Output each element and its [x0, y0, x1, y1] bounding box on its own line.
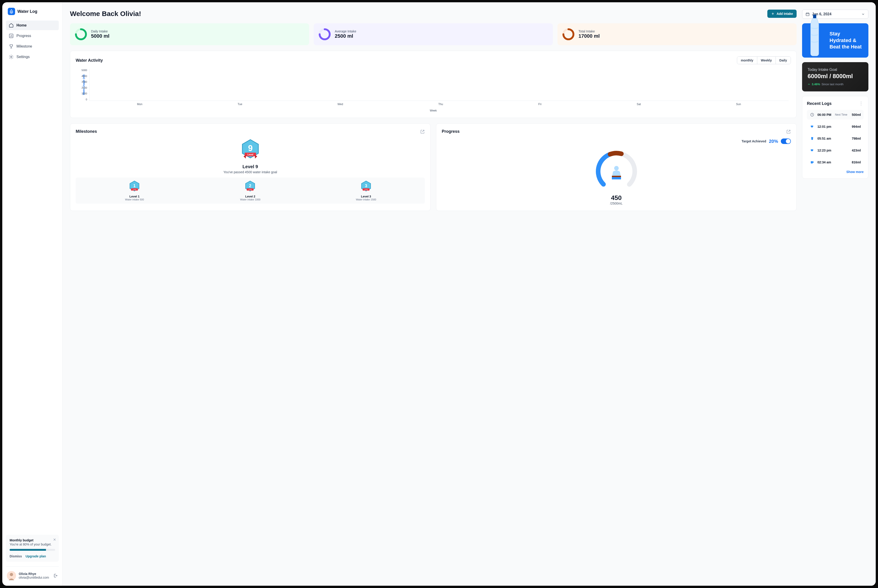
log-sub: Next Time [835, 113, 847, 116]
card-title: Water Activity [76, 58, 103, 63]
milestones-card: Milestones 9Level Level 9 You've passed … [70, 123, 430, 211]
x-tick: Sun [736, 103, 741, 106]
y-tick: 5000 [79, 69, 87, 72]
ring-icon [562, 28, 575, 40]
goal-percent: 3.46% [812, 82, 820, 86]
tab-daily[interactable]: Daily [776, 57, 791, 64]
svg-text:Level: Level [364, 189, 368, 190]
clock-icon [810, 112, 815, 117]
log-item[interactable]: 06:00 PMNext Time500ml [807, 110, 864, 120]
app-name: Water Log [17, 9, 37, 14]
stat-daily-intake: Daily Intake5000 ml [70, 23, 309, 45]
log-amount: 816ml [852, 160, 861, 164]
svg-point-32 [614, 166, 619, 171]
avatar[interactable] [7, 571, 16, 580]
tab-monthly[interactable]: monthly [737, 57, 757, 64]
sidebar: Water Log Home Progress Milestone Settin… [2, 2, 63, 586]
badge-level-3[interactable]: 3LevelLevel 3Water intake 1500 [310, 180, 422, 201]
milestone-level: Level 9 [76, 164, 425, 170]
dismiss-button[interactable]: Dismiss [10, 554, 22, 558]
log-time: 06:00 PM [818, 113, 831, 117]
target-label: Target Achieved [742, 140, 766, 143]
more-icon[interactable]: ⋯ [858, 101, 864, 106]
stat-value: 5000 ml [91, 33, 110, 39]
x-tick: Mon [137, 103, 142, 106]
water-drop-icon [8, 8, 15, 15]
logout-icon[interactable] [53, 573, 58, 578]
goal-label: Today Intake Goal [807, 68, 863, 72]
svg-point-2 [11, 56, 12, 58]
log-amount: 500ml [852, 113, 861, 117]
log-time: 12:01 pm [818, 125, 831, 128]
recent-logs-card: Recent Logs ⋯ 06:00 PMNext Time500ml12:0… [802, 96, 868, 179]
x-tick: Tue [238, 103, 242, 106]
trophy-icon [9, 44, 14, 49]
x-tick: Thu [438, 103, 443, 106]
nav-item-milestone[interactable]: Milestone [6, 42, 59, 51]
progress-card: Progress Target Achieved 20% [436, 123, 797, 211]
progress-toggle[interactable] [781, 138, 791, 144]
user-email: olivia@untitledui.com [19, 576, 51, 579]
nav-item-progress[interactable]: Progress [6, 31, 59, 40]
chevron-down-icon [861, 12, 865, 16]
badge-level-2[interactable]: 2LevelLevel 2Water intake 1000 [194, 180, 306, 201]
stat-total-intake: Total Intake17000 ml [558, 23, 797, 45]
upgrade-plan-link[interactable]: Upgrade plan [26, 554, 46, 558]
svg-point-4 [10, 573, 13, 576]
nav-label: Progress [17, 34, 31, 38]
stat-label: Daily Intake [91, 30, 110, 33]
user-profile: Olivia Rhye olivia@untitledui.com [6, 566, 59, 580]
gear-icon [9, 54, 14, 59]
card-title: Progress [442, 129, 460, 134]
page-title: Welcome Back Olivia! [70, 10, 141, 18]
log-item[interactable]: 12:01 pm994ml [807, 122, 864, 131]
chart-tabs: monthly Weekly Daily [737, 57, 791, 64]
show-more-link[interactable]: Show more [846, 170, 864, 174]
intake-goal-card: Today Intake Goal 6000ml / 8000ml 3.46% … [802, 62, 868, 92]
chart-area: Water Usage (ml) 500040003500200010000 M… [76, 69, 791, 112]
external-link-icon[interactable] [420, 129, 425, 134]
card-title: Milestones [76, 129, 97, 134]
log-amount: 423ml [852, 148, 861, 152]
svg-rect-33 [612, 176, 621, 177]
ring-icon [318, 28, 331, 40]
budget-progress-bar [10, 549, 55, 551]
budget-title: Monthly budget [10, 538, 55, 542]
y-tick: 4000 [79, 75, 87, 78]
x-tick: Sat [637, 103, 641, 106]
nav-label: Milestone [17, 44, 32, 48]
tab-weekly[interactable]: Weekly [757, 57, 776, 64]
person-icon [610, 165, 623, 181]
log-amount: 994ml [852, 125, 861, 128]
bottle-icon [807, 14, 823, 58]
log-item[interactable]: 02:34 am816ml [807, 158, 864, 167]
milestone-subtitle: You've passed 4500 water intake goal [76, 170, 425, 174]
app-logo: Water Log [6, 8, 59, 15]
nav-label: Settings [17, 55, 30, 59]
nav-item-home[interactable]: Home [6, 21, 59, 30]
external-link-icon[interactable] [786, 129, 791, 134]
x-tick: Wed [337, 103, 343, 106]
log-amount: 798ml [852, 136, 861, 140]
mug-icon [810, 160, 815, 165]
main-content: Welcome Back Olivia! Add Intake Daily In… [63, 2, 876, 586]
hydrate-text: Stay Hydrated & Beat the Heat [830, 31, 863, 50]
stat-label: Average Intake [335, 30, 356, 33]
stat-value: 2500 ml [335, 33, 356, 39]
arrow-up-icon [807, 83, 810, 86]
badge-level-1[interactable]: 1LevelLevel 1Water intake 500 [78, 180, 191, 201]
close-icon[interactable]: ✕ [53, 537, 56, 542]
hydrate-banner: Stay Hydrated & Beat the Heat [802, 23, 868, 58]
svg-text:2: 2 [249, 183, 251, 188]
log-time: 05:51 am [818, 136, 831, 140]
svg-text:3: 3 [365, 183, 367, 188]
add-intake-button[interactable]: Add Intake [767, 10, 797, 18]
level-badge-icon: 9Level [240, 138, 261, 161]
svg-point-0 [11, 11, 12, 13]
log-item[interactable]: 05:51 am798ml [807, 134, 864, 143]
home-icon [9, 23, 14, 28]
svg-text:1: 1 [133, 183, 135, 188]
nav-label: Home [17, 23, 27, 27]
log-item[interactable]: 12:23 pm423ml [807, 146, 864, 155]
nav-item-settings[interactable]: Settings [6, 52, 59, 62]
